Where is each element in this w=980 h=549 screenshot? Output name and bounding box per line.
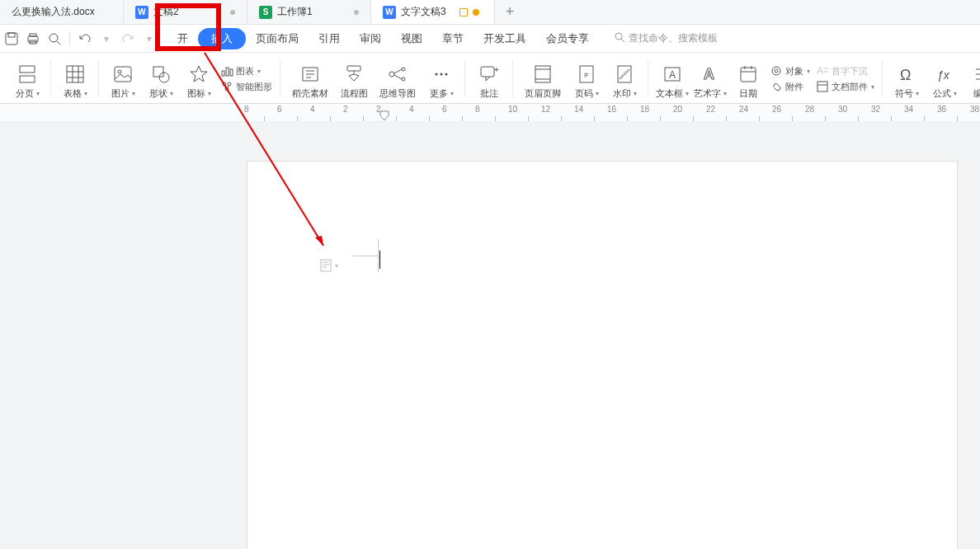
document-tab-1[interactable]: W 文稿2 [124, 0, 247, 24]
svg-text:#: # [584, 71, 588, 79]
object-button[interactable]: 对象▾ [770, 65, 810, 77]
comment-icon: + [478, 63, 501, 86]
print-preview-icon[interactable] [48, 32, 61, 45]
ruler-unit: 32 [874, 104, 907, 121]
save-icon[interactable] [5, 32, 18, 45]
menu-pagelayout[interactable]: 页面布局 [246, 28, 309, 49]
flowchart-button[interactable]: 流程图 [335, 54, 373, 103]
search-placeholder: 查找命令、搜索模板 [629, 31, 718, 45]
page-number-button[interactable]: # 页码 [568, 54, 605, 103]
svg-rect-1 [8, 33, 15, 37]
watermark-icon [613, 63, 636, 86]
menu-view[interactable]: 视图 [391, 28, 432, 49]
picture-button[interactable]: 图片 [104, 54, 142, 103]
redo-icon[interactable] [121, 32, 134, 45]
document-tab-2[interactable]: S 工作簿1 [247, 0, 371, 24]
numbering-icon [971, 63, 980, 86]
menu-sections[interactable]: 章节 [432, 28, 474, 49]
document-tabbar: 么更换输入法.docx W 文稿2 S 工作簿1 W 文字文稿3 + [0, 0, 980, 25]
undo-dropdown-icon[interactable]: ▾ [100, 32, 113, 45]
svg-rect-49 [741, 68, 756, 82]
comment-button[interactable]: + 批注 [470, 54, 508, 103]
menu-insert[interactable]: 插入 [198, 28, 246, 49]
svg-line-33 [394, 75, 402, 79]
new-tab-button[interactable]: + [495, 0, 525, 24]
ruler-unit: 2 [346, 104, 379, 121]
word-art-button[interactable]: A 艺术字 [691, 54, 729, 103]
sheet-doc-icon: S [259, 6, 272, 19]
tab-label: 文字文稿3 [401, 5, 446, 19]
svg-point-53 [772, 67, 780, 75]
document-page[interactable]: ▾ [247, 162, 957, 549]
paragraph-guide [353, 239, 386, 272]
svg-text:ƒx: ƒx [937, 68, 950, 82]
svg-point-36 [445, 73, 447, 75]
paragraph-options-icon[interactable]: ▾ [320, 259, 338, 272]
doc-parts-button[interactable]: 文档部件▾ [817, 81, 874, 93]
more-assets-button[interactable]: 更多 [422, 54, 460, 103]
equation-button[interactable]: ƒx 公式 [926, 54, 964, 103]
iconlib-button[interactable]: 图标 [180, 54, 218, 103]
shape-icon [149, 63, 172, 86]
text-cursor [379, 251, 380, 269]
date-button[interactable]: 日期 [729, 54, 767, 103]
smartart-button[interactable]: 智能图形 [221, 81, 272, 93]
symbol-button[interactable]: Ω 符号 [888, 54, 926, 103]
ruler-unit: 10 [511, 104, 544, 121]
page-break-icon [16, 63, 39, 86]
menu-references[interactable]: 引用 [309, 28, 350, 49]
main-menu: 开 插入 页面布局 引用 审阅 视图 章节 开发工具 会员专享 [167, 28, 599, 49]
svg-rect-22 [230, 69, 233, 76]
ruler-unit: 14 [577, 104, 610, 121]
unsaved-dot-icon [354, 10, 359, 15]
menu-member[interactable]: 会员专享 [536, 28, 599, 49]
calendar-icon [737, 63, 760, 86]
chart-button[interactable]: 图表▾ [221, 65, 272, 77]
text-box-button[interactable]: A 文本框 [653, 54, 691, 103]
menu-start[interactable]: 开 [167, 28, 198, 49]
svg-point-5 [49, 34, 58, 42]
document-tab-0[interactable]: 么更换输入法.docx [0, 0, 124, 24]
shape-button[interactable]: 形状 [142, 54, 180, 103]
page-break-button[interactable]: 分页 [8, 54, 46, 103]
svg-point-54 [775, 69, 778, 73]
ruler-unit: 30 [841, 104, 874, 121]
svg-rect-11 [67, 66, 83, 82]
ruler-unit: 22 [709, 104, 742, 121]
docer-asset-button[interactable]: 稻壳素材 [285, 54, 335, 103]
equation-icon: ƒx [933, 63, 956, 86]
svg-text:+: + [494, 65, 499, 74]
table-button[interactable]: 表格 [56, 54, 94, 103]
horizontal-ruler[interactable]: 8642 2468101214161820222426283032343638 [0, 104, 980, 122]
ruler-unit: 4 [313, 104, 346, 121]
svg-point-25 [225, 87, 229, 91]
star-icon [187, 63, 210, 86]
svg-rect-16 [115, 67, 131, 82]
document-tab-3[interactable]: W 文字文稿3 [371, 0, 495, 24]
svg-rect-21 [226, 68, 229, 76]
mindmap-button[interactable]: 思维导图 [373, 54, 422, 103]
smartart-icon [221, 81, 233, 92]
more-qat-icon[interactable]: ▾ [143, 32, 156, 45]
watermark-button[interactable]: 水印 [605, 54, 643, 103]
undo-icon[interactable] [78, 32, 92, 45]
menu-review[interactable]: 审阅 [350, 28, 391, 49]
picture-icon [111, 63, 134, 86]
chart-icon [221, 65, 233, 77]
menu-devtools[interactable]: 开发工具 [474, 28, 536, 49]
svg-point-31 [402, 77, 405, 81]
ruler-unit: 8 [247, 104, 280, 121]
svg-rect-3 [30, 34, 36, 36]
numbering-button[interactable]: 编号 [964, 54, 980, 103]
drop-cap-button[interactable]: A首字下沉 [817, 65, 874, 77]
drop-cap-icon: A [817, 65, 828, 77]
ruler-unit: 36 [940, 104, 973, 121]
attachment-button[interactable]: 附件 [770, 81, 810, 93]
header-footer-button[interactable]: 页眉页脚 [518, 54, 568, 103]
command-search[interactable]: 查找命令、搜索模板 [614, 31, 718, 45]
svg-line-8 [621, 39, 624, 42]
svg-line-45 [620, 69, 629, 79]
svg-point-35 [440, 73, 442, 75]
print-icon[interactable] [26, 32, 40, 45]
svg-point-30 [402, 68, 405, 71]
